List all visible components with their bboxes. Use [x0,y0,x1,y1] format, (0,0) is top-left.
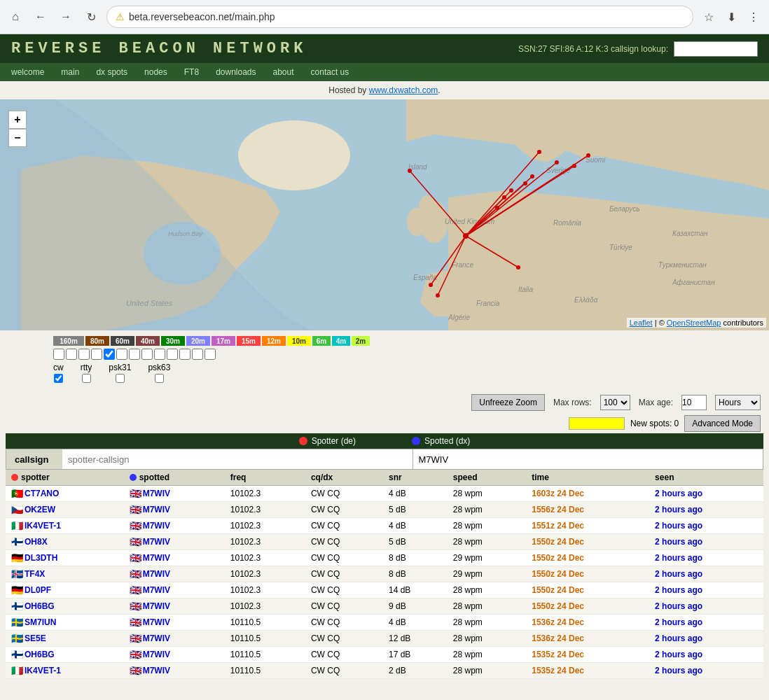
mode-cw-checkbox[interactable] [54,374,63,383]
band-6m-checkbox[interactable] [179,349,190,360]
spotter-legend-label: Spotter (de) [312,436,356,446]
band-20m-checkbox[interactable] [116,349,127,360]
menu-button[interactable]: ⋮ [744,7,763,27]
svg-text:Algérie: Algérie [448,314,471,321]
nav-ft8[interactable]: FT8 [176,63,207,81]
band-selector: 160m 80m 60m 40m 30m 20m 17m 15m 12m 10m… [0,330,769,391]
nav-downloads[interactable]: downloads [207,63,264,81]
zoom-out-button[interactable]: − [8,129,27,147]
spotted-callsign-link[interactable]: M7WIV [143,634,170,643]
back-button[interactable]: ← [31,7,50,27]
reload-button[interactable]: ↻ [81,7,101,27]
hours-select[interactable]: Hours Minutes [715,395,761,410]
th-snr: snr [383,470,448,486]
spotted-flag: 🇬🇧 [130,520,141,531]
svg-text:Беларусь: Беларусь [609,205,639,213]
svg-point-40 [572,164,576,168]
cell-freq: 10102.3 [225,502,305,518]
spotter-callsign-link[interactable]: IK4VET-1 [25,666,61,676]
cell-spotted: 🇬🇧 M7WIV [124,534,225,550]
nav-contact[interactable]: contact us [303,63,358,81]
nav-main[interactable]: main [53,63,88,81]
forward-button[interactable]: → [56,7,76,27]
band-60m-checkbox[interactable] [78,349,90,360]
th-cqdx: cq/dx [305,470,383,486]
th-spotted-label: spotted [139,472,169,482]
callsign-lookup-input[interactable] [674,41,758,57]
cell-spotted: 🇬🇧 M7WIV [124,518,225,534]
th-freq: freq [225,470,305,486]
spotted-callsign-link[interactable]: M7WIV [143,666,170,676]
spotted-flag: 🇬🇧 [130,536,141,547]
spotter-callsign-link[interactable]: OH6BG [25,601,55,611]
spotted-callsign-link[interactable]: M7WIV [143,521,170,531]
spotter-callsign-link[interactable]: DL0PF [25,585,51,595]
band-10m-checkbox[interactable] [167,349,178,360]
band-12m-checkbox[interactable] [154,349,165,360]
leaflet-link[interactable]: Leaflet [630,318,653,327]
spotted-callsign-link[interactable]: M7WIV [143,617,170,627]
dxwatch-link[interactable]: www.dxwatch.com [369,85,438,95]
cell-cqdx: CW CQ [305,663,383,679]
spotted-flag: 🇬🇧 [130,552,141,564]
advanced-mode-button[interactable]: Advanced Mode [684,415,761,432]
spotted-callsign-link[interactable]: M7WIV [143,601,170,611]
svg-point-37 [408,169,412,173]
svg-text:Ελλάδα: Ελλάδα [574,296,598,304]
table-row: 🇫🇮 OH6BG 🇬🇧 M7WIV 10102.3 CW CQ 9 dB 28 … [6,598,763,615]
spotted-callsign-link[interactable]: M7WIV [143,553,170,563]
nav-welcome[interactable]: welcome [3,63,53,81]
nav-dx-spots[interactable]: dx spots [88,63,136,81]
max-rows-select[interactable]: 100 50 200 [600,395,630,410]
mode-psk31-checkbox[interactable] [116,374,125,383]
map-attribution: Leaflet | © OpenStreetMap contributors [627,318,766,328]
table-row: 🇩🇪 DL3DTH 🇬🇧 M7WIV 10102.3 CW CQ 8 dB 29… [6,550,763,566]
cell-freq: 10102.3 [225,582,305,598]
band-30m-checkbox[interactable] [104,349,115,360]
band-2m-checkbox[interactable] [205,349,216,360]
band-160m-checkbox[interactable] [53,349,64,360]
spotter-callsign-link[interactable]: OH6BG [25,650,55,659]
cell-spotted: 🇬🇧 M7WIV [124,486,225,502]
spotted-callsign-link[interactable]: M7WIV [143,537,170,547]
band-40m-checkbox[interactable] [91,349,102,360]
spotter-callsign-link[interactable]: SE5E [25,634,46,643]
bookmark-button[interactable]: ☆ [699,7,719,27]
spotter-callsign-link[interactable]: DL3DTH [25,553,57,563]
spotter-callsign-link[interactable]: OK2EW [25,505,55,514]
home-button[interactable]: ⌂ [6,7,25,27]
filter-spotted-input[interactable] [413,449,763,469]
spotter-flag: 🇨🇿 [11,504,23,515]
band-80m-checkbox[interactable] [66,349,77,360]
address-bar[interactable]: ⚠ beta.reversebeacon.net/main.php [106,6,693,28]
spotted-callsign-link[interactable]: M7WIV [143,569,170,579]
max-rows-label: Max rows: [553,398,592,407]
table-row: 🇵🇹 CT7ANO 🇬🇧 M7WIV 10102.3 CW CQ 4 dB 28… [6,486,763,502]
cell-seen: 2 hours ago [649,663,763,679]
filter-spotter-input[interactable] [62,449,413,469]
nav-nodes[interactable]: nodes [136,63,176,81]
max-age-input[interactable] [681,395,707,410]
spotted-callsign-link[interactable]: M7WIV [143,585,170,595]
band-15m-checkbox[interactable] [141,349,153,360]
cell-snr: 14 dB [383,582,448,598]
spotted-callsign-link[interactable]: M7WIV [143,505,170,514]
table-header-row: spotter spotted freq cq/dx snr speed tim… [6,470,763,486]
spotted-callsign-link[interactable]: M7WIV [143,650,170,659]
spotter-callsign-link[interactable]: OH8X [25,537,48,547]
nav-about[interactable]: about [265,63,303,81]
spotter-callsign-link[interactable]: CT7ANO [25,489,59,498]
band-17m-checkbox[interactable] [129,349,140,360]
band-4m-checkbox[interactable] [192,349,203,360]
zoom-in-button[interactable]: + [8,111,27,129]
spotter-callsign-link[interactable]: TF4X [25,569,45,579]
spotter-callsign-link[interactable]: SM7IUN [25,617,56,627]
unfreeze-zoom-button[interactable]: Unfreeze Zoom [471,394,545,411]
mode-rtty-checkbox[interactable] [82,374,91,383]
openstreetmap-link[interactable]: OpenStreetMap [667,318,721,327]
download-button[interactable]: ⬇ [721,7,741,27]
mode-psk63-checkbox[interactable] [155,374,164,383]
map-container[interactable]: United States Hudson Bay España Francia … [0,99,769,330]
spotter-callsign-link[interactable]: IK4VET-1 [25,521,61,531]
spotted-callsign-link[interactable]: M7WIV [143,489,170,498]
